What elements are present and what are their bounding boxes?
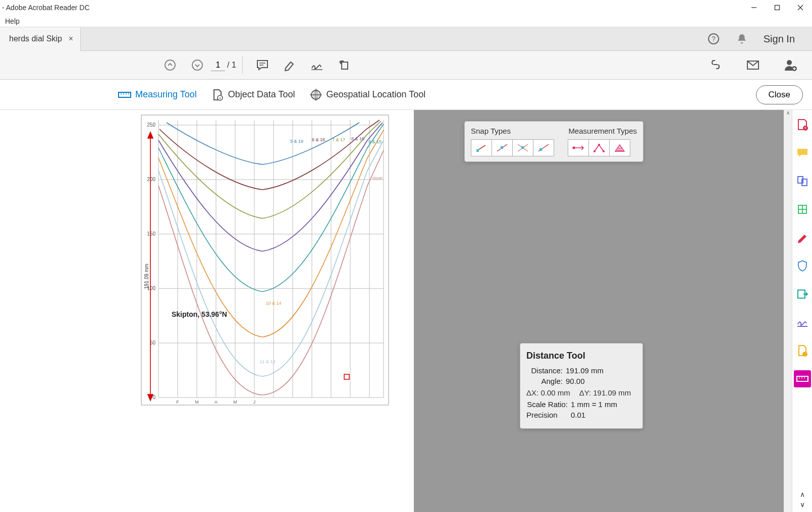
object-data-tool-button[interactable]: i Object Data Tool <box>211 89 295 100</box>
window-close-button[interactable] <box>789 0 812 15</box>
page-number-input[interactable] <box>211 59 225 71</box>
rail-collapse-down-icon[interactable]: ∨ <box>794 500 811 509</box>
distance-value: 191.09 mm <box>566 366 604 375</box>
measure-area-button[interactable] <box>609 139 630 156</box>
svg-point-6 <box>165 60 175 70</box>
ruler-icon <box>118 89 131 100</box>
window-titlebar: - Adobe Acrobat Reader DC <box>0 0 812 15</box>
scroll-up-icon[interactable]: ∧ <box>786 110 790 118</box>
sign-in-link[interactable]: Sign In <box>764 33 795 45</box>
svg-text:0: 0 <box>152 394 155 400</box>
page-up-button[interactable] <box>159 54 181 76</box>
svg-point-95 <box>593 150 596 152</box>
rail-measure-icon[interactable] <box>794 370 811 387</box>
page-info-icon: i <box>211 89 224 100</box>
measure-arrow-label: 191.09 mm <box>144 264 149 289</box>
rail-create-pdf-icon[interactable]: + <box>794 116 811 133</box>
svg-rect-11 <box>342 62 348 69</box>
tabbar: herds dial Skip... × ? Sign In <box>0 27 812 51</box>
svg-text:250: 250 <box>147 122 155 128</box>
rail-organize-icon[interactable] <box>794 201 811 218</box>
rail-fillsign-icon[interactable] <box>794 314 811 331</box>
sign-icon[interactable] <box>306 54 328 76</box>
highlight-icon[interactable] <box>279 54 300 76</box>
close-tools-button[interactable]: Close <box>756 85 803 104</box>
rail-comment-icon[interactable] <box>794 144 811 161</box>
window-maximize-button[interactable] <box>766 0 789 15</box>
toolbar-separator <box>242 56 243 74</box>
precision-value: 0.01 <box>571 411 585 419</box>
object-data-tool-label: Object Data Tool <box>228 89 295 100</box>
svg-text:A: A <box>214 400 218 405</box>
rail-edit-icon[interactable] <box>794 229 811 246</box>
comment-icon[interactable] <box>252 54 273 76</box>
angle-label: Angle: <box>526 377 563 385</box>
svg-text:?: ? <box>712 35 716 43</box>
svg-text:+: + <box>804 126 806 131</box>
svg-text:5 & 19: 5 & 19 <box>290 139 303 144</box>
svg-point-7 <box>192 60 202 70</box>
svg-point-13 <box>787 60 792 65</box>
chart-title: Skipton, 53.96°N <box>172 310 227 318</box>
svg-text:11 & 13: 11 & 13 <box>259 359 275 364</box>
rail-protect-icon[interactable] <box>794 257 811 274</box>
svg-text:M: M <box>233 400 237 405</box>
geospatial-tool-button[interactable]: Geospatial Location Tool <box>309 89 426 100</box>
menubar: Help <box>0 15 812 27</box>
document-viewport[interactable]: 0 50 100 150 200 250 F M A M J <box>0 110 784 512</box>
link-icon[interactable] <box>705 54 726 76</box>
snap-endpoint-button[interactable] <box>471 139 492 156</box>
svg-point-79 <box>802 352 807 357</box>
email-icon[interactable] <box>742 54 764 76</box>
document-tab-title: herds dial Skip... <box>9 34 63 43</box>
measure-distance-button[interactable] <box>568 139 589 156</box>
angle-value: 90.00 <box>566 377 585 385</box>
dy-label: ΔY: <box>579 388 591 397</box>
svg-text:10 & 14: 10 & 14 <box>265 301 281 306</box>
globe-target-icon <box>309 89 322 100</box>
svg-text:7 & 17: 7 & 17 <box>332 137 345 142</box>
snap-midpoint-button[interactable] <box>492 139 513 156</box>
geospatial-tool-label: Geospatial Location Tool <box>327 89 426 100</box>
help-icon[interactable]: ? <box>707 32 720 45</box>
svg-rect-80 <box>797 376 808 381</box>
pdf-page: 0 50 100 150 200 250 F M A M J <box>0 110 414 512</box>
document-tab[interactable]: herds dial Skip... × <box>0 27 81 51</box>
rail-collapse-up-icon[interactable]: ∧ <box>794 490 811 499</box>
add-person-icon[interactable] <box>780 54 801 76</box>
rail-export-icon[interactable] <box>794 286 811 303</box>
measuring-tool-label: Measuring Tool <box>135 89 197 100</box>
tab-close-icon[interactable]: × <box>69 34 73 43</box>
svg-rect-90 <box>521 146 524 149</box>
dx-value: 0.00 mm <box>540 388 570 397</box>
rail-combine-icon[interactable] <box>794 173 811 190</box>
svg-rect-87 <box>501 146 503 149</box>
page-down-button[interactable] <box>187 54 208 76</box>
svg-text:8 & 16: 8 & 16 <box>351 136 364 141</box>
scale-label: Scale Ratio: <box>526 400 568 409</box>
svg-rect-85 <box>476 149 479 152</box>
menu-help[interactable]: Help <box>2 16 23 26</box>
dy-value: 191.09 mm <box>593 388 631 397</box>
svg-point-97 <box>603 150 605 152</box>
main-toolbar: / 1 <box>0 51 812 80</box>
dx-label: ΔX: <box>526 388 538 397</box>
measuring-tool-button[interactable]: Measuring Tool <box>118 89 197 100</box>
rail-send-icon[interactable] <box>794 342 811 359</box>
window-minimize-button[interactable] <box>742 0 766 15</box>
bell-icon[interactable] <box>735 32 748 45</box>
svg-point-94 <box>573 147 575 149</box>
distance-tool-panel[interactable]: Distance Tool Distance:191.09 mm Angle:9… <box>520 343 643 429</box>
snap-intersect-button[interactable] <box>512 139 533 156</box>
scale-value: 1 mm = 1 mm <box>571 400 617 409</box>
svg-text:J: J <box>253 400 256 405</box>
snap-types-panel[interactable]: Snap Types Measurement Types <box>464 121 643 162</box>
precision-label: Precision <box>526 411 568 419</box>
page-total-label: / 1 <box>227 61 236 70</box>
rotate-icon[interactable] <box>334 54 355 76</box>
measure-perimeter-button[interactable] <box>588 139 610 156</box>
svg-text:F: F <box>176 400 179 405</box>
vertical-scrollbar[interactable]: ∧ <box>784 110 792 512</box>
svg-text:M: M <box>195 400 199 405</box>
snap-path-button[interactable] <box>533 139 554 156</box>
